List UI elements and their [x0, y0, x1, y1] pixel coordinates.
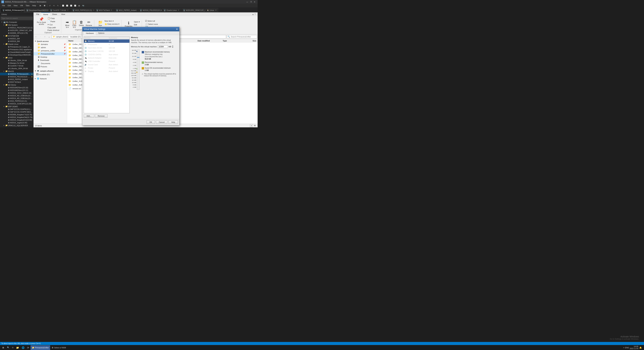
- nav-back-button[interactable]: ←: [34, 35, 38, 39]
- paste-shortcut-button[interactable]: Paste shortcut: [47, 29, 60, 31]
- nav-item-primaveraUnifier[interactable]: 📁 PrimaveraUnifier 📌: [34, 52, 67, 55]
- select-none-button[interactable]: ⬜ Select none: [144, 23, 161, 26]
- tab-centos[interactable]: 🖥️ CentOS 7 64-bit ✕: [48, 8, 70, 12]
- sidebar-item-erpdemo[interactable]: ▼ 📁 ERP DEMO: [0, 105, 33, 108]
- nav-item-desktop[interactable]: 🖥 Desktop: [34, 55, 67, 59]
- toolbar-icon-6[interactable]: ⬜: [61, 4, 65, 8]
- sidebar-item-w10tsclient[interactable]: 🖥 W10 TsClient: [0, 81, 33, 83]
- col-date-header[interactable]: Date modified: [198, 40, 223, 42]
- device-row-harddisk1[interactable]: 💿 Hard Disk (SCSI) 100 GB: [84, 46, 130, 50]
- menu-tabs[interactable]: Tabs: [24, 4, 31, 8]
- recent-locations-button[interactable]: ⌄: [47, 35, 51, 39]
- sidebar-item-sap6ehp8[interactable]: 🖥 SAP ECC6.0 EHP8 IDES(10.108): [0, 111, 33, 113]
- sidebar-item-w2016p6u2022[interactable]: 🖥 W2016_P6U2022(10.101) ★: [0, 75, 33, 78]
- sidebar-item-w2008opu[interactable]: 🖥 W2008_OPU(10.178): [0, 32, 33, 34]
- nav-item-network[interactable]: ▸ 🌐 Network: [34, 77, 67, 80]
- nav-item-quickaccess-header[interactable]: ▾ Quick access: [34, 40, 67, 43]
- sidebar-item-w2008kingdee76[interactable]: 🖥 W2008_Kingdee7.6(10.76): [0, 113, 33, 116]
- cancel-button[interactable]: Cancel: [156, 121, 167, 124]
- new-item-button[interactable]: New item ▾: [104, 20, 120, 22]
- col-type-header[interactable]: Type: [223, 40, 243, 42]
- sidebar-item-primavera1912[interactable]: 🖥 Primavera-1912-appliance: [0, 48, 33, 51]
- device-row-printer[interactable]: 🖨 Printer Present: [84, 66, 130, 70]
- menu-vm[interactable]: VM: [19, 4, 24, 8]
- tab-oracle-linux[interactable]: 🖥️ Oracle Linux ✕: [162, 8, 181, 12]
- sidebar-item-w2016joget[interactable]: 🖥 W2016_Joget(10.90): [0, 121, 33, 124]
- nav-item-localdiskd[interactable]: 💾 localdisk (D:): [34, 73, 67, 76]
- close-button[interactable]: ✕: [253, 1, 256, 3]
- sidebar-item-w2012p61912[interactable]: 🖥 W2012_P61912WCC(13.2): [0, 26, 33, 29]
- open-button[interactable]: Open ▾: [133, 21, 140, 23]
- select-all-button[interactable]: ☑ Select all: [144, 20, 161, 22]
- edit-button[interactable]: Edit: [133, 24, 140, 26]
- sidebar-item-w2016s2016p6[interactable]: 🖥 W2016_S2016P6(10.61): [0, 127, 33, 127]
- col-size-header[interactable]: Size: [243, 40, 256, 42]
- sidebar-item-systemem[interactable]: ▼ 📁 SYSTEM EM: [0, 34, 33, 37]
- tab-close-7[interactable]: ✕: [178, 9, 179, 11]
- nav-forward-button[interactable]: →: [38, 35, 42, 39]
- device-row-harddisk2[interactable]: 💿 Hard Disk 2 (SCSI) 100 GB: [84, 50, 130, 53]
- sidebar-item-linux-group[interactable]: ▼ 📁 Linux: [0, 56, 33, 59]
- sidebar-item-mycomputer[interactable]: ▼ 💻 My Computer: [0, 21, 33, 24]
- sidebar-item-w2019kingdee80[interactable]: 🖥 W2019_Kingdee8.0(10.80): [0, 119, 33, 121]
- details-view-button[interactable]: ⊞: [253, 124, 256, 127]
- sidebar-item-developerdays[interactable]: 🖥 DeveloperDaysVM20190531: [0, 54, 33, 56]
- dialog-close-button[interactable]: ✕: [176, 28, 178, 31]
- sidebar-item-w2012r2orac[interactable]: 🖥 W2012R2_ORAC12C_EM: [0, 29, 33, 32]
- tab-w10p6pro-instant[interactable]: 🖥️ W10_P6PRO_Instant ✕: [114, 8, 138, 12]
- tab-linux[interactable]: 🐧 Linux ✕: [205, 8, 218, 12]
- tab-close-4[interactable]: ✕: [111, 9, 112, 11]
- tab-developerdays[interactable]: 🖥️ DeveloperDaysVM2019... ✕: [24, 8, 48, 12]
- tab-w10p6pro[interactable]: 🖥️ W10_P6PRO(10.21) ✕: [70, 8, 94, 12]
- sidebar-item-oldsystem[interactable]: ▼ 📁 Old System: [0, 24, 33, 26]
- pin-to-quick-access-button[interactable]: 📌 Pin to Quickaccess: [36, 17, 46, 26]
- help-button[interactable]: Help: [168, 121, 178, 124]
- sidebar-item-w2019em[interactable]: 🖥 W2019_EM: [0, 40, 33, 43]
- sidebar-item-oraclelinux-group[interactable]: ▼ 📁 Oracle Linux: [0, 43, 33, 46]
- sidebar-item-addemo[interactable]: ▼ 📁 AD Demo: [0, 83, 33, 86]
- tab-w2012r2[interactable]: 🖥️ W2012R2_ORAC12C_EM ✕: [181, 8, 205, 12]
- sidebar-item-w2016pu[interactable]: 🖥 W2016_PUVersion(10.99) ★: [0, 73, 33, 75]
- delete-button[interactable]: 🗑 Delete: [78, 20, 85, 27]
- properties-button[interactable]: ℹ Properties: [124, 21, 133, 28]
- sidebar-item-w2019adodb1017[interactable]: 🖥 W2019_AD_ODB18c(10.17): [0, 97, 33, 100]
- toolbar-icon-1[interactable]: ▶: [39, 4, 42, 8]
- toolbar-icon-2[interactable]: ⏹: [43, 4, 46, 8]
- toolbar-icon-9[interactable]: ⬜: [73, 4, 77, 8]
- sidebar-item-oraclesql-group[interactable]: ▼ 📁 ORACLE_SQLSERVER: [0, 124, 33, 127]
- dialog-tab-hardware[interactable]: Hardware: [84, 31, 96, 35]
- paste-button[interactable]: 📄 Paste: [47, 20, 60, 23]
- sidebar-item-w2019adodb1014[interactable]: 🖥 W2019_AD_ODB18c(10.14): [0, 94, 33, 97]
- sidebar-search-input[interactable]: [1, 17, 33, 20]
- device-row-sound[interactable]: 🔊 Sound Card Auto detect: [84, 63, 130, 66]
- device-row-network[interactable]: 🔌 Network Adapter Host-only: [84, 56, 130, 60]
- nav-item-downloads[interactable]: ⬇ Downloads: [34, 59, 67, 62]
- sidebar-item-w2016adserv11[interactable]: 🖥 W2016ADServ(10.11): [0, 89, 33, 92]
- copy-path-button[interactable]: Copy path: [47, 26, 60, 29]
- tab-close-9[interactable]: ✕: [215, 9, 216, 11]
- move-to-button[interactable]: ➡ Moveto ▾: [64, 20, 70, 29]
- ribbon-tab-file[interactable]: File: [34, 13, 41, 16]
- nav-item-documents[interactable]: 📄 Documents: [34, 62, 67, 65]
- device-row-processors[interactable]: ⚙ Processors 4: [84, 43, 130, 46]
- sidebar-item-lubuntu1804[interactable]: 🖥 LUbuntu_1804_64-bit: [0, 67, 33, 70]
- copy-button[interactable]: 📋 Copy: [47, 17, 60, 20]
- copy-to-button[interactable]: 📋 Copyto ▾: [71, 20, 78, 29]
- tab-w10tsclient[interactable]: 🖥️ W10 TsClient ✕: [94, 8, 114, 12]
- minimize-button[interactable]: —: [246, 1, 249, 3]
- nav-item-campinufvers1[interactable]: ▾ 💻 campin-ufvers1: [34, 70, 67, 72]
- nav-up-button[interactable]: ↑: [43, 35, 46, 39]
- ribbon-tab-home[interactable]: Home: [41, 13, 50, 16]
- list-view-button[interactable]: ≡: [250, 124, 253, 127]
- sidebar-item-oraclewebcenter[interactable]: 🖥 OracleWebCenterPortal2cR2: [0, 51, 33, 54]
- tab-w2016p6u2022[interactable]: 🖥️ W2016_P6U2022(10.101) ✕: [138, 8, 162, 12]
- nav-item-pictures[interactable]: 🖼 Pictures: [34, 65, 67, 68]
- device-row-cddvd[interactable]: 💿 CD/DVD (SATA) Auto detect: [84, 53, 130, 56]
- toolbar-icon-11[interactable]: 📷: [81, 4, 85, 8]
- sidebar-item-manjaro[interactable]: 🖥 Manjaro 5x 64-bit: [0, 62, 33, 65]
- sidebar-item-w10p6proinst[interactable]: 🖥 W10_P6PRO_Instant: [0, 78, 33, 81]
- menu-help[interactable]: Help: [31, 4, 38, 8]
- toolbar-icon-5[interactable]: ↻: [56, 4, 60, 8]
- restore-button[interactable]: ❐: [249, 1, 252, 3]
- memory-value-input[interactable]: [158, 45, 168, 48]
